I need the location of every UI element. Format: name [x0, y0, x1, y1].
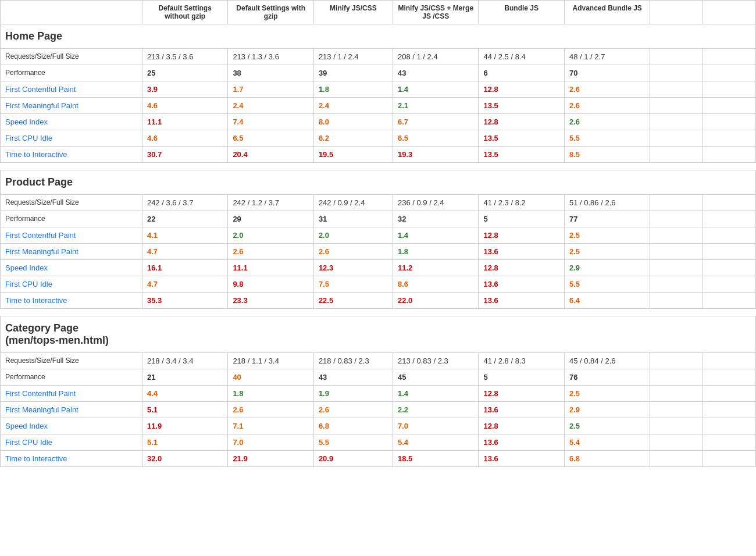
performance-value: 38 — [228, 65, 313, 81]
metric-link[interactable]: First Contentful Paint — [5, 85, 76, 94]
metric-value: 20.9 — [313, 451, 393, 467]
metric-label[interactable]: First CPU Idle — [1, 130, 142, 147]
requests-value: 41 / 2.3 / 8.2 — [479, 195, 564, 211]
metric-value: 2.4 — [228, 98, 313, 114]
metric-link[interactable]: Speed Index — [5, 263, 48, 272]
metric-row: First Contentful Paint4.41.81.91.412.82.… — [1, 386, 756, 402]
metric-row: First CPU Idle4.66.56.26.513.55.5 — [1, 130, 756, 147]
empty-cell — [650, 451, 703, 467]
metric-value: 13.6 — [479, 276, 564, 293]
empty-cell — [703, 353, 756, 369]
metric-link[interactable]: First Meaningful Paint — [5, 405, 79, 414]
metric-label[interactable]: First CPU Idle — [1, 434, 142, 451]
metric-value: 2.6 — [564, 114, 650, 130]
requests-row: Requests/Size/Full Size218 / 3.4 / 3.421… — [1, 353, 756, 369]
requests-value: 242 / 1.2 / 3.7 — [228, 195, 313, 211]
requests-label: Requests/Size/Full Size — [1, 195, 142, 211]
performance-value: 70 — [564, 65, 650, 81]
metric-link[interactable]: Time to Interactive — [5, 150, 67, 159]
empty-cell — [703, 451, 756, 467]
metric-link[interactable]: First Meaningful Paint — [5, 247, 79, 256]
empty-cell — [703, 386, 756, 402]
requests-value: 242 / 3.6 / 3.7 — [142, 195, 227, 211]
requests-label: Requests/Size/Full Size — [1, 49, 142, 65]
metric-value: 13.6 — [479, 434, 564, 451]
section-title: Product Page — [1, 170, 756, 195]
metric-row: Time to Interactive32.021.920.918.513.66… — [1, 451, 756, 467]
metric-label[interactable]: First Contentful Paint — [1, 227, 142, 244]
requests-row: Requests/Size/Full Size242 / 3.6 / 3.724… — [1, 195, 756, 211]
spacer-row — [1, 309, 756, 316]
empty-cell — [650, 369, 703, 386]
metric-link[interactable]: Time to Interactive — [5, 296, 67, 305]
metric-label[interactable]: Speed Index — [1, 418, 142, 434]
metric-value: 2.5 — [564, 418, 650, 434]
metric-link[interactable]: Speed Index — [5, 422, 48, 430]
metric-value: 2.6 — [564, 81, 650, 98]
empty-cell — [650, 195, 703, 211]
metric-link[interactable]: Speed Index — [5, 117, 48, 126]
metric-value: 30.7 — [142, 147, 227, 163]
empty-cell — [650, 353, 703, 369]
col-header-empty1 — [650, 1, 703, 24]
metric-link[interactable]: First Contentful Paint — [5, 389, 76, 398]
requests-value: 48 / 1 / 2.7 — [564, 49, 650, 65]
metric-value: 2.6 — [228, 244, 313, 260]
empty-cell — [703, 49, 756, 65]
metric-value: 20.4 — [228, 147, 313, 163]
metric-link[interactable]: First CPU Idle — [5, 438, 52, 447]
requests-value: 51 / 0.86 / 2.6 — [564, 195, 650, 211]
metric-label[interactable]: First Meaningful Paint — [1, 402, 142, 418]
metric-label[interactable]: First Meaningful Paint — [1, 98, 142, 114]
metric-link[interactable]: First Contentful Paint — [5, 231, 76, 240]
metric-label[interactable]: Time to Interactive — [1, 451, 142, 467]
metric-label[interactable]: First Meaningful Paint — [1, 244, 142, 260]
metric-value: 32.0 — [142, 451, 227, 467]
metric-value: 4.6 — [142, 130, 227, 147]
requests-value: 218 / 3.4 / 3.4 — [142, 353, 227, 369]
metric-label[interactable]: Speed Index — [1, 114, 142, 130]
metric-value: 12.8 — [479, 114, 564, 130]
empty-cell — [650, 147, 703, 163]
requests-value: 218 / 1.1 / 3.4 — [228, 353, 313, 369]
metric-link[interactable]: First CPU Idle — [5, 134, 52, 142]
performance-label: Performance — [1, 369, 142, 386]
metric-link[interactable]: Time to Interactive — [5, 454, 67, 463]
metric-label[interactable]: Time to Interactive — [1, 293, 142, 309]
performance-value: 31 — [313, 211, 393, 227]
empty-cell — [650, 65, 703, 81]
performance-value: 5 — [479, 369, 564, 386]
metric-label[interactable]: First Contentful Paint — [1, 81, 142, 98]
performance-row: Performance21404345576 — [1, 369, 756, 386]
requests-row: Requests/Size/Full Size213 / 3.5 / 3.621… — [1, 49, 756, 65]
empty-cell — [650, 244, 703, 260]
metric-value: 13.5 — [479, 147, 564, 163]
empty-cell — [650, 130, 703, 147]
metric-value: 11.1 — [142, 114, 227, 130]
spacer-cell — [1, 309, 756, 316]
metric-value: 1.8 — [393, 244, 479, 260]
col-header-page — [1, 1, 142, 24]
metric-link[interactable]: First Meaningful Paint — [5, 101, 79, 110]
metric-value: 6.8 — [313, 418, 393, 434]
metric-label[interactable]: Time to Interactive — [1, 147, 142, 163]
metric-label[interactable]: First Contentful Paint — [1, 386, 142, 402]
metric-label[interactable]: First CPU Idle — [1, 276, 142, 293]
metric-label[interactable]: Speed Index — [1, 260, 142, 276]
metric-value: 5.1 — [142, 402, 227, 418]
empty-cell — [650, 227, 703, 244]
performance-value: 6 — [479, 65, 564, 81]
metric-value: 1.4 — [393, 386, 479, 402]
metric-row: Time to Interactive35.323.322.522.013.66… — [1, 293, 756, 309]
metric-value: 8.6 — [393, 276, 479, 293]
requests-value: 213 / 1.3 / 3.6 — [228, 49, 313, 65]
metric-value: 2.5 — [564, 386, 650, 402]
empty-cell — [703, 227, 756, 244]
metric-value: 6.8 — [564, 451, 650, 467]
metric-link[interactable]: First CPU Idle — [5, 280, 52, 288]
empty-cell — [650, 98, 703, 114]
metric-value: 35.3 — [142, 293, 227, 309]
empty-cell — [703, 81, 756, 98]
metric-row: Speed Index11.97.16.87.012.82.5 — [1, 418, 756, 434]
header-row: Default Settings without gzip Default Se… — [1, 1, 756, 24]
